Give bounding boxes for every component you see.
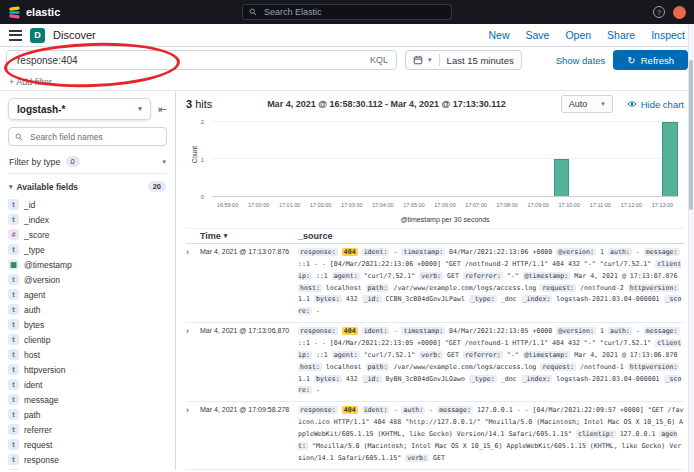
- field-item-response[interactable]: tresponse: [8, 452, 167, 467]
- field-item-bytes[interactable]: tbytes: [8, 317, 167, 332]
- date-picker[interactable]: ▾ Last 15 minutes: [405, 50, 522, 70]
- available-fields-header[interactable]: ▾ Available fields 20: [8, 174, 167, 197]
- highlighted-value: 404: [342, 248, 358, 256]
- query-bar[interactable]: KQL: [6, 50, 397, 70]
- expand-row-icon[interactable]: ›: [186, 405, 200, 464]
- source-field-name: verb:: [405, 454, 429, 462]
- field-item-agent[interactable]: tagent: [8, 287, 167, 302]
- hits-number: 3: [186, 98, 192, 110]
- source-field-name: response:: [298, 406, 338, 414]
- field-item-@timestamp[interactable]: ▦@timestamp: [8, 257, 167, 272]
- filter-by-type[interactable]: Filter by type 0 ▾: [8, 152, 167, 174]
- nav-action-save[interactable]: Save: [525, 29, 549, 41]
- source-field-name: _index:: [521, 295, 553, 303]
- index-pattern-select[interactable]: logstash-* ▾: [8, 98, 151, 120]
- field-item-message[interactable]: tmessage: [8, 392, 167, 407]
- field-item-_type[interactable]: t_type: [8, 242, 167, 257]
- field-item-timestamp[interactable]: ttimestamp: [8, 467, 167, 470]
- scrollbar-thumb[interactable]: [689, 60, 693, 210]
- source-value: "Mozilla/5.0 (Macintosh; Intel Mac OS X …: [298, 442, 681, 462]
- refresh-button[interactable]: ↻ Refresh: [613, 50, 688, 70]
- source-field-name: host:: [298, 284, 322, 292]
- field-name: bytes: [24, 320, 44, 330]
- field-item-path[interactable]: tpath: [8, 407, 167, 422]
- source-value: -: [636, 327, 640, 335]
- field-type-icon: t: [8, 364, 19, 375]
- hide-chart-button[interactable]: Hide chart: [627, 99, 684, 110]
- highlighted-value: 404: [342, 406, 358, 414]
- source-field-name: timestamp:: [401, 327, 445, 335]
- field-type-icon: t: [8, 379, 19, 390]
- field-search[interactable]: [8, 127, 167, 146]
- field-name: agent: [24, 290, 45, 300]
- expand-row-icon[interactable]: ›: [186, 326, 200, 397]
- source-value: /var/www/example.com/logs/access.log: [393, 363, 536, 371]
- field-item-httpversion[interactable]: thttpversion: [8, 362, 167, 377]
- field-item-_id[interactable]: t_id: [8, 197, 167, 212]
- brand-name: elastic: [26, 6, 60, 18]
- field-item-_score[interactable]: #_score: [8, 227, 167, 242]
- source-value: /notfound-2: [580, 284, 624, 292]
- field-search-input[interactable]: [28, 131, 160, 143]
- time-column-header[interactable]: Time ▾: [200, 231, 298, 241]
- global-search[interactable]: [242, 4, 452, 20]
- scrollbar[interactable]: [688, 24, 694, 472]
- chart-plot: [212, 122, 678, 197]
- source-field-name: message:: [437, 406, 473, 414]
- expand-row-icon[interactable]: ›: [186, 247, 200, 318]
- avatar[interactable]: [673, 6, 686, 19]
- document-time: Mar 4, 2021 @ 17:09:58.278: [200, 405, 298, 464]
- show-dates-button[interactable]: Show dates: [556, 55, 606, 66]
- calendar-icon: [413, 55, 423, 65]
- help-icon[interactable]: ?: [653, 6, 665, 18]
- source-value: 432: [346, 295, 358, 303]
- source-field-name: referrer:: [463, 351, 503, 359]
- field-item-_index[interactable]: t_index: [8, 212, 167, 227]
- field-type-icon: t: [8, 469, 19, 470]
- field-item-clientip[interactable]: tclientip: [8, 332, 167, 347]
- source-value: "curl/7.52.1": [364, 351, 416, 359]
- global-search-input[interactable]: [262, 6, 445, 18]
- source-value: GET: [447, 272, 459, 280]
- field-item-ident[interactable]: tident: [8, 377, 167, 392]
- menu-icon[interactable]: [9, 30, 22, 41]
- add-filter-button[interactable]: + Add filter: [9, 77, 52, 87]
- y-tick-label: 0: [201, 194, 204, 200]
- nav-action-open[interactable]: Open: [565, 29, 591, 41]
- interval-select[interactable]: Auto ▾: [561, 95, 613, 113]
- search-icon: [249, 8, 257, 16]
- field-type-icon: t: [8, 439, 19, 450]
- field-name: @version: [24, 275, 60, 285]
- source-value: "curl/7.52.1": [364, 272, 416, 280]
- source-value: -: [636, 248, 640, 256]
- query-language-button[interactable]: KQL: [370, 55, 388, 65]
- source-field-name: agent:: [332, 351, 360, 359]
- filter-by-type-label: Filter by type: [9, 157, 61, 167]
- results-header: 3 hits Mar 4, 2021 @ 16:58:30.112 - Mar …: [186, 91, 684, 117]
- discover-app-icon: D: [30, 28, 45, 43]
- field-type-icon: t: [8, 394, 19, 405]
- field-item-host[interactable]: thost: [8, 347, 167, 362]
- field-name: timestamp: [24, 470, 63, 471]
- histogram-bar[interactable]: [662, 122, 678, 196]
- nav-action-new[interactable]: New: [488, 29, 509, 41]
- source-field-name: ident:: [362, 248, 390, 256]
- x-tick-label: 17:00:00: [248, 202, 269, 208]
- source-value: -: [393, 406, 397, 414]
- query-input[interactable]: [15, 54, 362, 67]
- collapse-sidebar-icon[interactable]: ⇤: [158, 103, 167, 116]
- x-axis-label: @timestamp per 30 seconds: [212, 216, 678, 223]
- field-item-referrer[interactable]: treferrer: [8, 422, 167, 437]
- source-value: ::1: [316, 272, 328, 280]
- histogram-bar[interactable]: [554, 159, 570, 196]
- x-tick-label: 17:08:00: [496, 202, 517, 208]
- field-item-auth[interactable]: tauth: [8, 302, 167, 317]
- nav-action-share[interactable]: Share: [607, 29, 635, 41]
- field-item-@version[interactable]: t@version: [8, 272, 167, 287]
- filter-count-badge: 0: [66, 156, 80, 167]
- available-fields-label: Available fields: [17, 182, 79, 192]
- source-value: ::1: [316, 351, 328, 359]
- time-range-label[interactable]: Last 15 minutes: [447, 55, 514, 66]
- field-item-request[interactable]: trequest: [8, 437, 167, 452]
- nav-action-inspect[interactable]: Inspect: [651, 29, 685, 41]
